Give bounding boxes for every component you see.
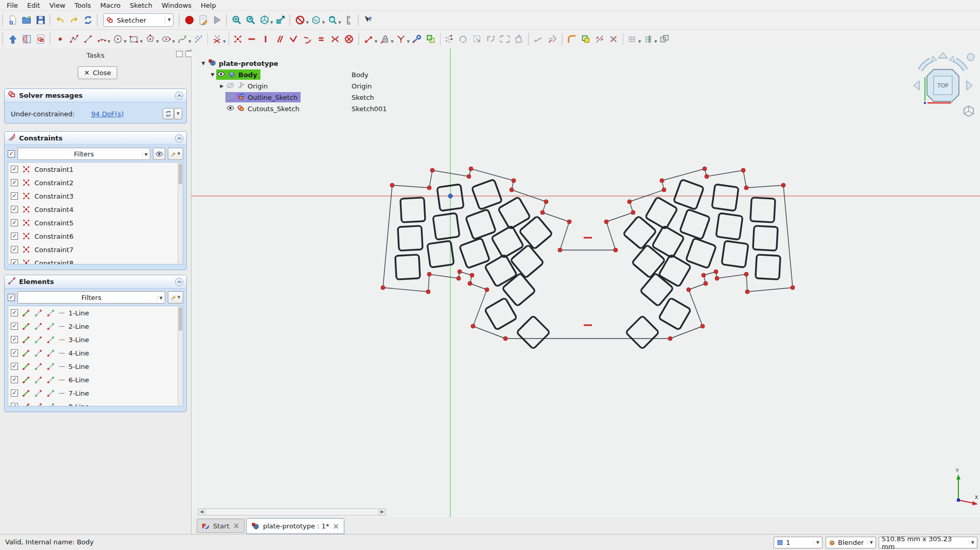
key-cutout[interactable] — [645, 197, 678, 229]
toolbar-handle[interactable] — [289, 14, 291, 26]
sketch-canvas[interactable] — [191, 48, 980, 517]
panel-restore-icon[interactable] — [176, 51, 183, 57]
internal-geometry-icon[interactable] — [512, 32, 526, 46]
key-cutout[interactable] — [400, 198, 425, 222]
select-dof-icon[interactable] — [443, 32, 457, 46]
constraint-checkbox[interactable]: ✓ — [11, 192, 18, 200]
toggle-driving-icon[interactable] — [410, 32, 424, 46]
constraints-scrollbar[interactable] — [178, 163, 183, 264]
select-elements-icon[interactable] — [470, 32, 484, 46]
sketch-vertex[interactable] — [703, 167, 707, 171]
toolbar-handle[interactable] — [2, 33, 4, 45]
element-checkbox[interactable]: ✓ — [11, 376, 18, 383]
draw-style-icon[interactable] — [293, 13, 307, 27]
toggle-grid-dropdown-icon[interactable]: ▼ — [638, 40, 641, 44]
menu-tools[interactable]: Tools — [70, 1, 96, 10]
key-cutout[interactable] — [395, 255, 420, 279]
collapse-section-icon[interactable] — [175, 278, 183, 286]
key-cutout[interactable] — [485, 298, 517, 330]
sketch-vertex[interactable] — [458, 270, 462, 274]
menu-macro[interactable]: Macro — [96, 1, 125, 10]
toolbar-handle[interactable] — [225, 14, 228, 26]
element-row[interactable]: ✓—5-Line — [8, 360, 183, 373]
sketch-vertex[interactable] — [426, 290, 430, 294]
collapse-section-icon[interactable] — [175, 92, 183, 100]
close-task-button[interactable]: ✕ Close — [78, 66, 117, 79]
constraint-checkbox[interactable]: ✓ — [11, 233, 18, 240]
constraints-header[interactable]: Constraints — [5, 132, 186, 145]
select-constraints-icon[interactable] — [457, 32, 470, 46]
tree-row-origin[interactable]: ▶OriginOrigin — [191, 80, 459, 92]
horizontal-scrollbar[interactable]: ◀ ▶ — [198, 508, 386, 516]
toolbar-handle[interactable] — [49, 33, 51, 45]
toolbar-handle[interactable] — [2, 14, 4, 26]
macro-play-icon[interactable] — [210, 13, 224, 27]
elements-scrollbar[interactable] — [178, 306, 183, 406]
redo-icon[interactable] — [67, 13, 81, 27]
menu-windows[interactable]: Windows — [157, 1, 196, 10]
sketch-vertex[interactable] — [702, 273, 706, 277]
key-cutout[interactable] — [756, 255, 780, 279]
toggle-grid-icon[interactable] — [625, 32, 639, 46]
element-row[interactable]: ✓—8-Line — [8, 400, 183, 406]
auto-update-icon[interactable] — [163, 108, 174, 119]
new-document-icon[interactable] — [6, 13, 20, 27]
elements-header[interactable]: Elements — [5, 275, 186, 289]
toolbar-handle[interactable] — [528, 33, 530, 45]
coincident-icon[interactable] — [231, 32, 245, 46]
key-cutout[interactable] — [460, 238, 490, 269]
open-document-icon[interactable] — [20, 13, 33, 27]
key-cutout[interactable] — [498, 197, 531, 229]
toolbar-handle[interactable] — [357, 14, 360, 26]
sketch-vertex[interactable] — [544, 200, 548, 204]
line-icon[interactable] — [81, 32, 95, 46]
view-sketch-icon[interactable] — [33, 32, 47, 46]
measure-icon[interactable] — [342, 13, 356, 27]
visibility-eye-icon[interactable] — [217, 71, 225, 79]
tab-close-icon[interactable]: × — [233, 521, 240, 530]
constraints-filter-combo[interactable]: Filters ▼ — [18, 148, 150, 160]
block-icon[interactable] — [342, 32, 356, 46]
sketch-vertex[interactable] — [485, 288, 489, 292]
element-row[interactable]: ✓—4-Line — [8, 346, 183, 360]
sketch-vertex[interactable] — [791, 286, 795, 290]
tree-expander-icon[interactable]: ▶ — [218, 83, 225, 88]
sketch-vertex[interactable] — [631, 210, 635, 215]
circle-dropdown-icon[interactable]: ▼ — [124, 40, 126, 44]
solver-messages-header[interactable]: Solver messages — [5, 89, 186, 102]
menu-edit[interactable]: Edit — [23, 1, 45, 10]
navcube-rotate-icon[interactable] — [967, 54, 974, 61]
refraction-dropdown-icon[interactable]: ▼ — [407, 40, 410, 44]
zoom-selection-icon[interactable] — [243, 13, 257, 27]
fit-selection-icon[interactable] — [273, 13, 287, 27]
toggle-snap-dropdown-icon[interactable]: ▼ — [654, 40, 657, 44]
sketch-vertex[interactable] — [715, 276, 719, 280]
select-redundant-icon[interactable] — [484, 32, 498, 46]
parallel-icon[interactable] — [273, 32, 287, 46]
rectangle-icon[interactable] — [127, 32, 141, 46]
sketch-vertex[interactable] — [469, 167, 473, 171]
tree-row-cutouts_sketch[interactable]: Cutouts_SketchSketch001 — [191, 103, 459, 114]
constraint-row[interactable]: ✓Constraint6 — [8, 229, 183, 243]
constraint-checkbox[interactable]: ✓ — [11, 206, 18, 213]
clone-icon[interactable] — [532, 32, 546, 46]
element-checkbox[interactable]: ✓ — [11, 363, 18, 370]
ellipse-icon[interactable] — [160, 32, 173, 46]
element-row[interactable]: ✓—7-Line — [8, 386, 183, 400]
element-checkbox[interactable]: ✓ — [11, 309, 18, 316]
view-cube-icon[interactable] — [309, 13, 323, 27]
sketch-vertex[interactable] — [430, 168, 434, 172]
lock-dimension-icon[interactable] — [378, 32, 392, 46]
constraint-row[interactable]: ✓Constraint2 — [8, 176, 183, 189]
draw-style-dropdown-icon[interactable]: ▼ — [306, 21, 308, 25]
sketch-vertex[interactable] — [781, 183, 785, 187]
constraint-checkbox[interactable]: ✓ — [11, 246, 18, 253]
trim-dropdown-icon[interactable]: ▼ — [223, 40, 225, 44]
tab-plate-prototype-1-[interactable]: plate-prototype : 1*× — [246, 518, 344, 534]
navcube-left-arrow[interactable] — [914, 81, 919, 90]
sketch-vertex[interactable] — [390, 183, 394, 187]
tree-expander-icon[interactable]: ▼ — [200, 61, 207, 66]
select-conflicting-icon[interactable] — [498, 32, 512, 46]
toolbar-handle[interactable] — [358, 33, 360, 45]
sketch-vertex[interactable] — [558, 248, 562, 252]
